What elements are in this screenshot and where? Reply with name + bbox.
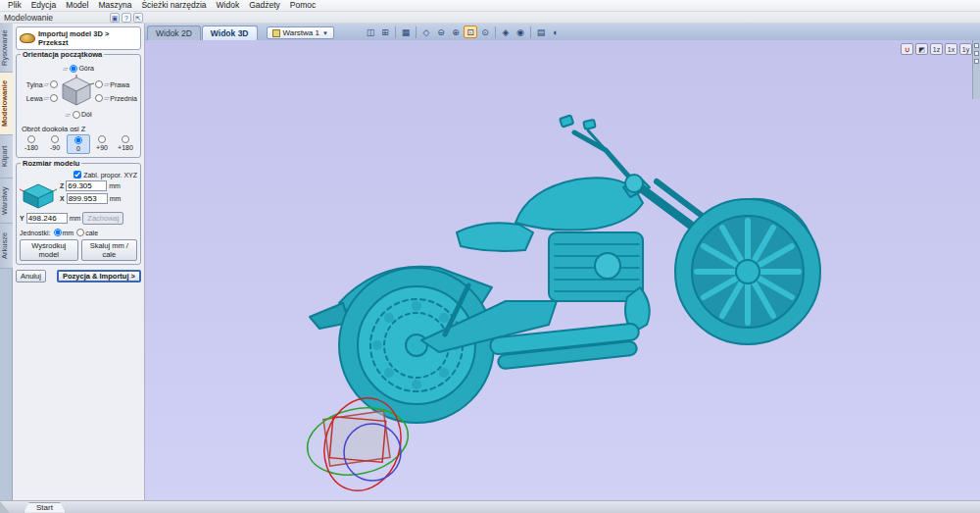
model-size-group: Rozmiar modelu Zabl. propor. XYZ Z: [16, 163, 141, 265]
orientation-radio-tylna[interactable]: [50, 80, 58, 88]
rotation-radio-p90[interactable]: [98, 135, 106, 143]
scale-units-button[interactable]: Skaluj mm / cale: [81, 239, 137, 261]
iso-y-icon[interactable]: 1y: [959, 43, 972, 55]
slab-icon: ▱: [63, 65, 68, 73]
slab-icon: ▱: [104, 94, 109, 102]
snap-diamond-icon[interactable]: ◇: [419, 26, 433, 38]
zoom-object-icon[interactable]: ◈: [499, 26, 513, 38]
layer-selector[interactable]: Warstwa 1 ▼: [267, 26, 334, 39]
orientation-radio-lewa[interactable]: [50, 94, 58, 102]
light-view-icon[interactable]: ◐: [549, 26, 563, 38]
toolbar-separator: [530, 26, 531, 38]
orientation-radio-przednia[interactable]: [95, 94, 103, 102]
menu-edycja[interactable]: Edycja: [26, 0, 62, 11]
rotation-option-m180[interactable]: -180: [20, 134, 43, 154]
panel-toggle-icon[interactable]: ▣: [110, 13, 120, 23]
rotation-option-m90[interactable]: -90: [43, 134, 67, 154]
unit-x-label: mm: [110, 195, 122, 202]
viewport-3d[interactable]: ∪ ◩ 1z 1x 1y: [145, 40, 980, 500]
pin-panel-icon[interactable]: ⇱: [133, 13, 143, 23]
slab-icon: ▱: [44, 94, 49, 102]
sidebar-tab-modelowanie[interactable]: Modelowanie: [0, 73, 13, 135]
view-toolbar: ◫ ⊞ ▦ ◇ ⊖ ⊕ ⊡ ⊙ ◈ ◉ ▤ ◐: [364, 26, 563, 38]
rotation-radio-m180[interactable]: [27, 135, 35, 143]
tab-widok-3d[interactable]: Widok 3D: [202, 26, 258, 40]
orientation-option-lewa[interactable]: Lewa ▱: [26, 94, 58, 102]
rotation-radio-p180[interactable]: [122, 135, 129, 143]
orientation-option-prawa[interactable]: ▱ Prawa: [95, 80, 129, 88]
multi-window-icon[interactable]: ⊞: [378, 26, 392, 38]
slab-icon: ▱: [44, 80, 49, 88]
motorcycle-model[interactable]: [145, 40, 980, 500]
start-tab[interactable]: Start: [24, 502, 66, 513]
menu-widok[interactable]: Widok: [212, 0, 245, 11]
toolbar-separator: [495, 26, 496, 38]
iso-z-icon[interactable]: 1z: [930, 43, 943, 55]
iso-x-icon[interactable]: 1x: [945, 43, 957, 55]
menu-maszyna[interactable]: Maszyna: [93, 0, 136, 11]
menu-plik[interactable]: Plik: [3, 0, 26, 11]
size-z-input[interactable]: [66, 180, 107, 191]
orientation-radio-dol[interactable]: [73, 111, 80, 119]
orientation-group-title: Orientacja początkowa: [21, 50, 104, 59]
unit-cale-option[interactable]: cale: [76, 229, 98, 236]
zoom-out-icon[interactable]: ⊖: [434, 26, 448, 38]
sidebar-tab-warstwy[interactable]: Warstwy: [0, 179, 13, 224]
menu-model[interactable]: Model: [61, 0, 93, 11]
rotation-radio-m90[interactable]: [51, 135, 59, 143]
orientation-option-przednia[interactable]: ▱ Przednia: [95, 94, 137, 102]
shade-view-icon[interactable]: ◉: [514, 26, 527, 38]
mode-bar: Modelowanie ▣ ? ⇱: [0, 12, 980, 24]
position-import-button[interactable]: Pozycja & Importuj >: [57, 270, 141, 282]
help-icon[interactable]: ?: [122, 13, 131, 23]
orientation-option-dol[interactable]: Dół: [73, 111, 92, 119]
import-model-icon: [20, 33, 35, 43]
unit-cale-radio[interactable]: [76, 229, 84, 236]
cancel-button[interactable]: Anuluj: [16, 270, 46, 282]
rotation-label: Obrót dookoła osi Z: [22, 125, 137, 133]
orientation-radio-gora[interactable]: [70, 65, 77, 73]
rotation-radio-0[interactable]: [74, 136, 82, 144]
unit-mm-radio[interactable]: [54, 229, 62, 236]
lock-proportions[interactable]: Zabl. propor. XYZ: [20, 171, 137, 179]
size-y-input[interactable]: [26, 213, 68, 224]
center-model-button[interactable]: Wyśrodkuj model: [20, 239, 78, 261]
zoom-window-icon[interactable]: ⊡: [464, 26, 477, 38]
split-view-icon[interactable]: ◫: [364, 26, 377, 38]
sidebar-tab-rysowanie[interactable]: Rysowanie: [0, 24, 13, 73]
zoom-in-icon[interactable]: ⊕: [449, 26, 463, 38]
size-x-input[interactable]: [67, 193, 108, 204]
dock-handle-icon[interactable]: [974, 51, 979, 56]
orientation-radio-prawa[interactable]: [95, 80, 103, 88]
units-label: Jednostki:: [20, 230, 51, 236]
zoom-fit-icon[interactable]: ⊙: [478, 26, 492, 38]
model-thumbnail: [20, 180, 57, 210]
dock-handle-icon[interactable]: [974, 43, 979, 48]
panel-header: Importuj model 3D > Przekszt: [16, 26, 141, 50]
lock-proportions-checkbox[interactable]: [74, 171, 81, 179]
rotation-option-0[interactable]: 0: [67, 134, 90, 154]
slab-icon: ▱: [66, 111, 71, 119]
grid-icon[interactable]: ▦: [399, 26, 413, 38]
rotation-option-p90[interactable]: +90: [90, 134, 114, 154]
rotate-view-icon[interactable]: ◩: [915, 43, 928, 55]
sidebar-tab-arkusze[interactable]: Arkusze: [0, 224, 13, 269]
orientation-cube: [58, 75, 95, 108]
keep-button[interactable]: Zachowaj: [82, 212, 123, 225]
sidebar-tab-klipart[interactable]: Klipart: [0, 135, 13, 179]
layer-color-icon: [272, 29, 280, 37]
tab-widok-2d[interactable]: Widok 2D: [147, 26, 201, 40]
texture-view-icon[interactable]: ▤: [534, 26, 548, 38]
panel-title: Importuj model 3D > Przekszt: [38, 29, 137, 47]
orientation-option-gora[interactable]: Góra: [70, 65, 94, 73]
magnet-icon[interactable]: ∪: [901, 43, 913, 55]
unit-mm-option[interactable]: mm: [54, 229, 74, 236]
menu-pomoc[interactable]: Pomoc: [285, 0, 320, 11]
menu-sciezki[interactable]: Ścieżki narzędzia: [136, 0, 211, 11]
menu-gadzety[interactable]: Gadżety: [244, 0, 285, 11]
mode-label: Modelowanie: [4, 13, 53, 23]
orientation-option-tylna[interactable]: Tylna ▱: [26, 80, 58, 88]
rotation-option-p180[interactable]: +180: [114, 134, 137, 154]
axis-x-label: X: [60, 195, 65, 202]
dock-handle-icon[interactable]: [974, 59, 979, 64]
